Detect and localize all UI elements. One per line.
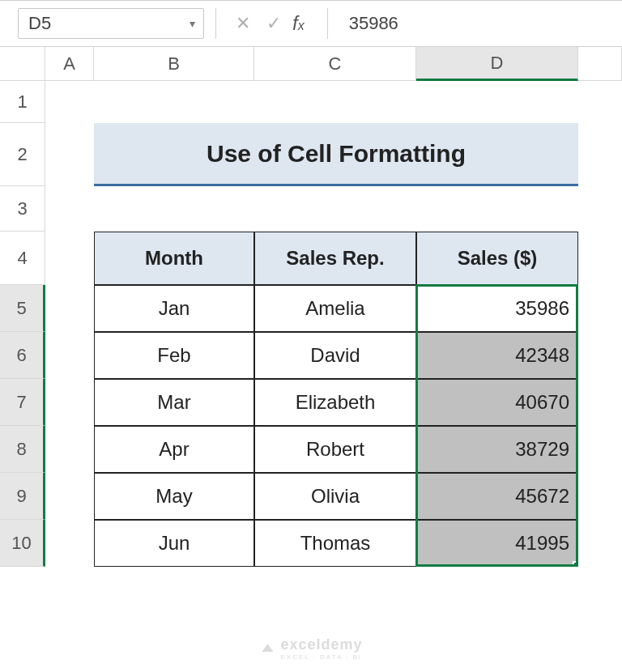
separator <box>215 8 216 39</box>
cell-month[interactable]: Feb <box>94 332 254 379</box>
cell-rep[interactable]: Elizabeth <box>254 379 416 426</box>
name-box-value: D5 <box>28 13 51 34</box>
sheet-area[interactable]: Use of Cell Formatting Month Sales Rep. … <box>45 81 622 567</box>
row-header-9[interactable]: 9 <box>0 473 45 520</box>
watermark-tag: EXCEL · DATA · BI <box>280 653 362 661</box>
name-box[interactable]: D5 ▾ <box>18 8 204 39</box>
formula-bar: D5 ▾ ✕ ✓ fx 35986 <box>0 0 622 47</box>
column-headers: A B C D <box>0 47 622 81</box>
cell-sales[interactable]: 35986 <box>416 285 578 332</box>
cell-sales[interactable]: 40670 <box>416 379 578 426</box>
fx-icon[interactable]: fx <box>292 12 305 35</box>
cell-rep[interactable]: Olivia <box>254 473 416 520</box>
cell-month[interactable]: Apr <box>94 426 254 473</box>
row-header-7[interactable]: 7 <box>0 379 45 426</box>
col-header-c[interactable]: C <box>254 47 416 81</box>
cell-rep[interactable]: Amelia <box>254 285 416 332</box>
header-sales[interactable]: Sales ($) <box>416 232 578 285</box>
cell-sales[interactable]: 42348 <box>416 332 578 379</box>
chevron-down-icon[interactable]: ▾ <box>190 17 195 30</box>
header-rep[interactable]: Sales Rep. <box>254 232 416 285</box>
svg-marker-0 <box>262 644 273 652</box>
row-header-6[interactable]: 6 <box>0 332 45 379</box>
row-headers: 1 2 3 4 5 6 7 8 9 10 <box>0 81 45 567</box>
cell-month[interactable]: May <box>94 473 254 520</box>
cell-rep[interactable]: Robert <box>254 426 416 473</box>
cell-sales[interactable]: 41995 <box>416 520 578 567</box>
cell-rep[interactable]: David <box>254 332 416 379</box>
cell-rep[interactable]: Thomas <box>254 520 416 567</box>
row-header-8[interactable]: 8 <box>0 426 45 473</box>
row-header-4[interactable]: 4 <box>0 232 45 285</box>
formula-bar-value[interactable]: 35986 <box>349 13 398 34</box>
select-all-corner[interactable] <box>0 47 45 81</box>
row-header-3[interactable]: 3 <box>0 186 45 232</box>
col-header-d[interactable]: D <box>416 47 578 81</box>
col-header-b[interactable]: B <box>94 47 254 81</box>
cell-sales[interactable]: 38729 <box>416 426 578 473</box>
spreadsheet-grid: A B C D 1 2 3 4 5 6 7 8 9 10 Use of Cell… <box>0 47 622 567</box>
separator <box>327 8 328 39</box>
confirm-icon[interactable]: ✓ <box>266 13 281 34</box>
watermark: exceldemy EXCEL · DATA · BI <box>259 636 362 661</box>
sheet-title[interactable]: Use of Cell Formatting <box>94 123 578 186</box>
row-header-1[interactable]: 1 <box>0 81 45 123</box>
logo-icon <box>259 640 275 657</box>
row-header-10[interactable]: 10 <box>0 520 45 567</box>
col-header-blank <box>578 47 622 81</box>
cell-sales[interactable]: 45672 <box>416 473 578 520</box>
cell-month[interactable]: Jun <box>94 520 254 567</box>
row-header-2[interactable]: 2 <box>0 123 45 186</box>
cancel-icon[interactable]: ✕ <box>236 13 250 34</box>
cell-month[interactable]: Mar <box>94 379 254 426</box>
header-month[interactable]: Month <box>94 232 254 285</box>
row-header-5[interactable]: 5 <box>0 285 45 332</box>
watermark-brand: exceldemy <box>280 636 362 653</box>
cell-month[interactable]: Jan <box>94 285 254 332</box>
col-header-a[interactable]: A <box>45 47 94 81</box>
